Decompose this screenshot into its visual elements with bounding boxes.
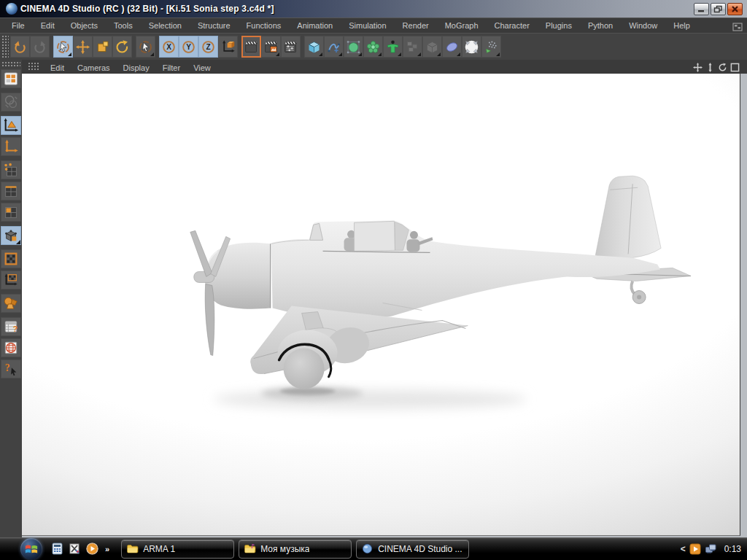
- move-tool-button[interactable]: [73, 36, 93, 58]
- subdivision-surface-button[interactable]: [344, 36, 363, 58]
- viewport-canvas[interactable]: [22, 74, 740, 536]
- toolbar: XYZ: [0, 33, 747, 60]
- menu-window[interactable]: Window: [623, 19, 663, 32]
- task-button-label: CINEMA 4D Studio ...: [378, 544, 462, 554]
- taskbar: » ARMA 1Моя музыкаCINEMA 4D Studio ... <…: [0, 537, 747, 560]
- content-browser-button[interactable]: ?: [1, 317, 21, 336]
- task-button-1[interactable]: ARMA 1: [121, 540, 234, 559]
- viewport-menu-filter[interactable]: Filter: [156, 62, 187, 74]
- deformer-disabled-2-button[interactable]: [422, 36, 442, 58]
- viewport-menu-cameras[interactable]: Cameras: [71, 62, 117, 74]
- zoom-view-icon[interactable]: [705, 62, 715, 71]
- rotate-view-icon[interactable]: [718, 62, 727, 71]
- edges-mode-button[interactable]: [1, 182, 21, 201]
- menu-functions[interactable]: Functions: [241, 19, 287, 32]
- mograph-cloner-button[interactable]: [363, 36, 383, 58]
- add-cube-button[interactable]: [304, 36, 324, 58]
- viewport-menu-drag-handle[interactable]: [28, 62, 39, 71]
- minimize-button[interactable]: [694, 3, 709, 15]
- coord-system-button[interactable]: [218, 36, 238, 58]
- folder-music-icon: [244, 543, 256, 555]
- network-tray-icon[interactable]: [705, 543, 716, 555]
- polygons-mode-button[interactable]: [1, 203, 21, 222]
- pan-view-icon[interactable]: [693, 62, 703, 71]
- scale-tool-button[interactable]: [93, 36, 112, 58]
- graphics-app-icon[interactable]: [69, 542, 81, 555]
- viewport-menu-display[interactable]: Display: [117, 62, 156, 74]
- axis-y-button[interactable]: Y: [179, 36, 198, 58]
- layout-switch-button[interactable]: [1, 69, 21, 88]
- online-help-button[interactable]: [1, 338, 21, 357]
- viewport-menu-view[interactable]: View: [187, 62, 217, 74]
- menu-plugins[interactable]: Plugins: [540, 19, 578, 32]
- task-button-label: ARMA 1: [143, 544, 175, 554]
- render-picture-button[interactable]: [261, 36, 281, 58]
- menu-structure[interactable]: Structure: [192, 19, 236, 32]
- menu-character[interactable]: Character: [489, 19, 535, 32]
- svg-text:Z: Z: [206, 43, 210, 51]
- scene-environment-button[interactable]: [442, 36, 462, 58]
- svg-text:?: ?: [13, 325, 18, 333]
- tray-collapse-chevron[interactable]: <: [681, 544, 686, 554]
- menu-simulation[interactable]: Simulation: [343, 19, 392, 32]
- close-button[interactable]: [727, 3, 743, 15]
- context-help-button[interactable]: ?: [1, 359, 21, 378]
- menu-edit[interactable]: Edit: [35, 19, 61, 32]
- axis-z-button[interactable]: Z: [198, 36, 218, 58]
- world-grid-button[interactable]: [1, 93, 21, 112]
- viewport-menu-edit[interactable]: Edit: [44, 62, 71, 74]
- deformer-disabled-1-button[interactable]: [403, 36, 422, 58]
- calculator-app-icon[interactable]: [51, 542, 63, 555]
- app-icon: [6, 3, 18, 15]
- viewport-menu-bar: EditCamerasDisplayFilterView: [22, 60, 747, 74]
- character-object-button[interactable]: [383, 36, 403, 58]
- rotate-tool-button[interactable]: [112, 36, 132, 58]
- svg-text:X: X: [166, 43, 171, 51]
- make-editable-button[interactable]: [1, 116, 21, 135]
- task-button-3[interactable]: CINEMA 4D Studio ...: [356, 540, 469, 559]
- menu-file[interactable]: File: [6, 19, 31, 32]
- taskbar-clock[interactable]: 0:13: [724, 544, 741, 554]
- menu-animation[interactable]: Animation: [291, 19, 338, 32]
- viewport-frame: [22, 74, 747, 537]
- task-button-2[interactable]: Моя музыка: [239, 540, 352, 559]
- menu-help[interactable]: Help: [667, 19, 696, 32]
- menu-render[interactable]: Render: [397, 19, 435, 32]
- axis-x-button[interactable]: X: [159, 36, 179, 58]
- redo-button[interactable]: [30, 36, 50, 58]
- undo-button[interactable]: [10, 36, 30, 58]
- folder-icon: [126, 543, 139, 555]
- points-mode-button[interactable]: [1, 160, 21, 179]
- svg-text:Y: Y: [186, 43, 191, 51]
- object-library-button[interactable]: [1, 294, 21, 313]
- menu-objects[interactable]: Objects: [65, 19, 104, 32]
- media-tray-icon[interactable]: [689, 543, 701, 555]
- toolbar-drag-handle[interactable]: [1, 35, 9, 59]
- add-spline-button[interactable]: [324, 36, 344, 58]
- render-settings-button[interactable]: [281, 36, 301, 58]
- expand-tool-button[interactable]: [462, 36, 481, 58]
- media-player-app-icon[interactable]: [86, 542, 98, 555]
- layout-menu-icon[interactable]: [732, 21, 743, 30]
- start-button[interactable]: [20, 538, 42, 560]
- airplane-model: [22, 74, 740, 535]
- menu-tools[interactable]: Tools: [108, 19, 139, 32]
- maximize-view-icon[interactable]: [730, 62, 740, 71]
- particles-button[interactable]: [481, 36, 501, 58]
- menu-python[interactable]: Python: [582, 19, 619, 32]
- live-selection-button[interactable]: [53, 36, 73, 58]
- render-view-button[interactable]: [241, 36, 261, 58]
- svg-text:?: ?: [5, 362, 10, 373]
- menu-selection[interactable]: Selection: [143, 19, 187, 32]
- menu-mograph[interactable]: MoGraph: [439, 19, 484, 32]
- restore-button[interactable]: [711, 3, 726, 15]
- menu-bar: FileEditObjectsToolsSelectionStructureFu…: [0, 18, 747, 33]
- last-tool-button[interactable]: [136, 36, 155, 58]
- quick-launch-overflow[interactable]: »: [105, 545, 109, 553]
- model-mode-button[interactable]: [1, 226, 21, 245]
- sidebar-drag-handle[interactable]: [1, 61, 20, 67]
- object-axis-mode-button[interactable]: [1, 137, 21, 156]
- texture-axis-mode-button[interactable]: [1, 271, 21, 289]
- texture-mode-button[interactable]: [1, 249, 21, 268]
- left-tool-sidebar: ?? MAXON CINEMA 4D: [0, 60, 22, 537]
